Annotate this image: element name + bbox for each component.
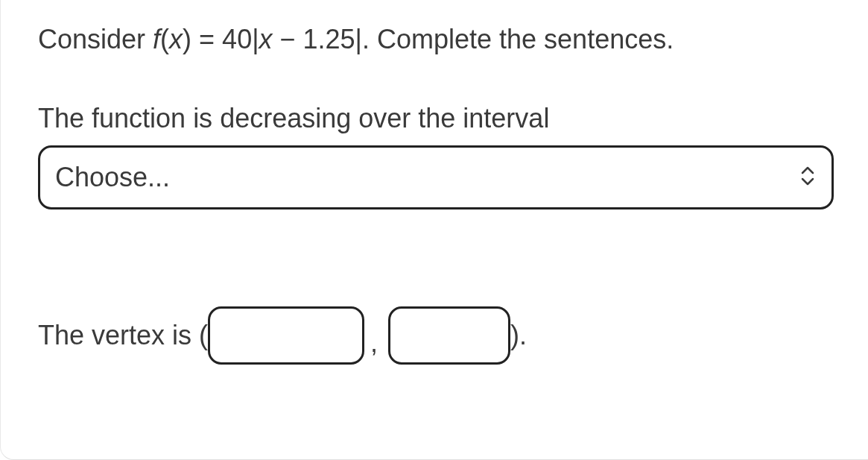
paren-open: ( <box>160 24 169 54</box>
interval-label: The function is decreasing over the inte… <box>38 100 831 137</box>
interval-select[interactable]: Choose... <box>38 145 834 209</box>
vertex-row: The vertex is ( , ). <box>38 306 831 365</box>
text-consider: Consider <box>38 24 153 54</box>
vertex-suffix: ). <box>510 320 527 351</box>
function-x: x <box>169 24 183 54</box>
interval-select-wrapper: Choose... <box>38 145 834 209</box>
paren-close: ) <box>183 24 191 54</box>
equals-part: = 40| <box>191 24 259 54</box>
var-x: x <box>259 24 273 54</box>
vertex-prefix: The vertex is ( <box>38 320 208 351</box>
select-placeholder: Choose... <box>55 162 170 193</box>
rest-text: − 1.25|. Complete the sentences. <box>273 24 674 54</box>
function-f: f <box>153 24 160 54</box>
vertex-comma: , <box>370 327 378 365</box>
vertex-y-input[interactable] <box>388 306 510 365</box>
question-container: Consider f(x) = 40|x − 1.25|. Complete t… <box>0 0 868 460</box>
vertex-x-input[interactable] <box>208 306 364 365</box>
problem-statement: Consider f(x) = 40|x − 1.25|. Complete t… <box>38 21 831 58</box>
